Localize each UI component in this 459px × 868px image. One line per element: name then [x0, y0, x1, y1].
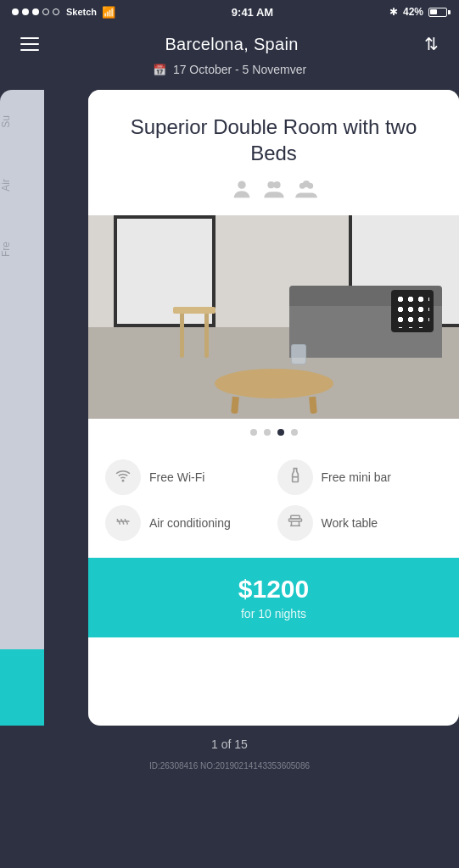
minibar-label: Free mini bar — [322, 470, 391, 484]
minibar-icon — [288, 467, 302, 487]
filter-button[interactable]: ⇅ — [421, 31, 442, 58]
price-section: $1200 for 10 nights — [88, 558, 459, 637]
amenities-section: Free Wi-Fi Free mini bar — [88, 446, 459, 558]
amenity-worktable: Work table — [277, 505, 443, 541]
worktable-label: Work table — [322, 516, 378, 530]
wifi-status-icon: 📶 — [102, 6, 115, 19]
date-range-text: 17 October - 5 Novemver — [173, 63, 306, 76]
menu-button[interactable] — [17, 34, 42, 54]
card-title-section: Superior Double Room with two Beds — [88, 90, 459, 215]
amenity-minibar: Free mini bar — [277, 459, 443, 495]
battery-icon — [428, 8, 447, 17]
side-table-leg-left — [180, 314, 184, 358]
svg-point-6 — [122, 481, 124, 482]
decorative-jar — [291, 344, 306, 364]
room-sofa — [289, 303, 442, 358]
svg-point-2 — [273, 181, 280, 188]
ac-icon-wrap — [105, 505, 141, 541]
svg-point-1 — [267, 181, 274, 188]
amenities-grid: Free Wi-Fi Free mini bar — [105, 459, 442, 541]
wifi-label: Free Wi-Fi — [149, 470, 204, 484]
pillow-pattern — [395, 294, 429, 328]
side-table-top — [173, 307, 216, 314]
dot-1 — [12, 8, 19, 15]
battery-label: 42% — [403, 6, 423, 18]
side-table-leg-right — [204, 314, 209, 358]
price-subtext: for 10 nights — [105, 607, 442, 620]
hamburger-line-3 — [20, 49, 39, 51]
sidebar-teal-accent — [0, 649, 44, 726]
room-title: Superior Double Room with two Beds — [109, 114, 439, 166]
watermark: ID:26308416 NO:20190214143353605086 — [0, 758, 459, 776]
minibar-icon-wrap — [277, 459, 313, 495]
room-side-table — [173, 307, 216, 358]
coffee-table-legs — [232, 397, 316, 414]
bluetooth-icon: ✱ — [389, 6, 398, 18]
status-left: Sketch 📶 — [12, 6, 115, 19]
pagination-label: 1 of 15 — [0, 737, 459, 751]
dot-5 — [53, 8, 59, 15]
guest-capacity-icons — [109, 178, 439, 202]
wifi-icon-wrap — [105, 459, 141, 495]
signal-dots — [12, 8, 59, 15]
status-bar: Sketch 📶 9:41 AM ✱ 42% — [0, 0, 459, 24]
header-top-row: Barcelona, Spain ⇅ — [17, 31, 442, 58]
amenity-wifi: Free Wi-Fi — [105, 459, 271, 495]
guest-icon-1 — [230, 178, 254, 202]
calendar-icon: 📅 — [153, 64, 166, 76]
ac-label: Air conditioning — [149, 516, 231, 530]
battery-fill — [430, 9, 436, 14]
carousel-dot-1[interactable] — [250, 429, 257, 436]
amenity-ac: Air conditioning — [105, 505, 271, 541]
table-leg-right — [309, 397, 317, 415]
dot-4 — [42, 8, 49, 15]
carousel-dot-2[interactable] — [264, 429, 271, 436]
price-amount: $1200 — [105, 575, 442, 604]
location-title: Barcelona, Spain — [165, 35, 298, 54]
side-table-legs — [173, 314, 216, 358]
carousel-dot-3[interactable] — [277, 429, 284, 436]
wifi-amenity-icon — [115, 468, 131, 487]
sidebar-item-air: Air — [0, 179, 44, 192]
ac-amenity-icon — [115, 514, 131, 532]
sidebar-background: Su Air Fre — [0, 90, 44, 726]
footer: 1 of 15 — [0, 726, 459, 758]
worktable-icon — [288, 514, 303, 532]
guest-icon-2 — [262, 178, 286, 202]
table-leg-left — [231, 397, 239, 415]
room-image-inner — [88, 215, 459, 419]
svg-point-0 — [238, 181, 245, 189]
hamburger-line-1 — [20, 37, 39, 39]
carrier-label: Sketch — [66, 7, 97, 17]
dot-2 — [22, 8, 29, 15]
app-header: Barcelona, Spain ⇅ 📅 17 October - 5 Nove… — [0, 24, 459, 90]
date-range-display: 📅 17 October - 5 Novemver — [153, 63, 306, 76]
carousel-dot-4[interactable] — [291, 429, 298, 436]
dot-3 — [32, 8, 39, 15]
room-photo — [88, 215, 459, 419]
svg-rect-13 — [290, 516, 299, 520]
coffee-table — [215, 369, 333, 398]
watermark-text: ID:26308416 NO:20190214143353605086 — [149, 761, 310, 771]
sidebar-item-su: Su — [0, 115, 44, 128]
time-display: 9:41 AM — [232, 6, 273, 19]
decorative-pillow — [391, 290, 434, 332]
carousel-dots — [88, 419, 459, 446]
hamburger-line-2 — [20, 43, 39, 45]
sidebar-labels: Su Air Fre — [0, 90, 44, 726]
sidebar-item-free: Fre — [0, 242, 44, 257]
status-right: ✱ 42% — [389, 6, 447, 18]
worktable-icon-wrap — [277, 505, 313, 541]
svg-point-5 — [302, 181, 309, 187]
main-room-card: Superior Double Room with two Beds — [88, 90, 459, 726]
guest-icon-3 — [294, 178, 318, 202]
